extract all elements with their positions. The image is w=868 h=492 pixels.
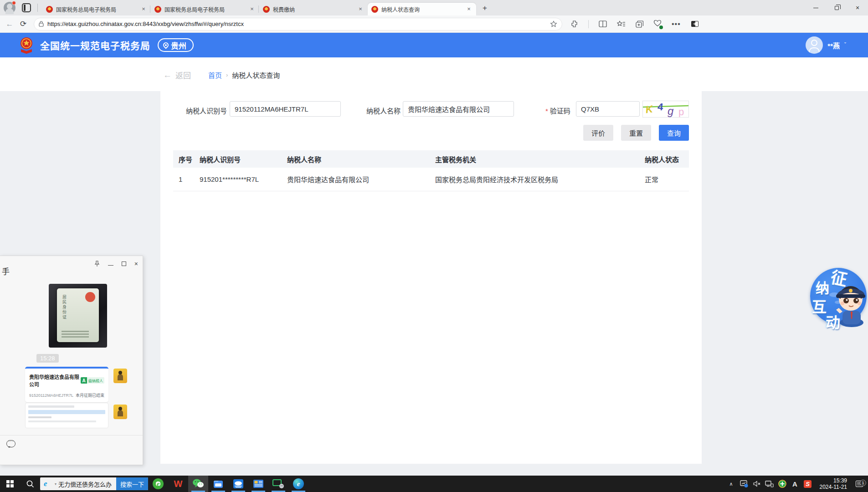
- maximize-icon[interactable]: [122, 261, 126, 266]
- tray-display-icon[interactable]: [739, 480, 750, 487]
- app-weather-cloud[interactable]: [228, 476, 248, 492]
- chat-assistant-window: 手 × 居民身份证 15:28 贵阳华焙速达食品有限公司 A 级纳税人: [0, 256, 143, 465]
- tab-title: 国家税务总局电子税务局: [164, 5, 248, 13]
- refresh-button[interactable]: ⟳: [16, 17, 30, 31]
- browser-profile-avatar[interactable]: [4, 2, 15, 14]
- table-header-row: 序号 纳税人识别号 纳税人名称 主管税务机关 纳税人状态: [173, 150, 689, 168]
- window-minimize-button[interactable]: [805, 0, 826, 15]
- chat-input-area[interactable]: [0, 435, 143, 465]
- close-icon: ×: [856, 5, 859, 11]
- taskbar-search-go-button[interactable]: 搜索一下: [116, 477, 148, 490]
- tab-tax-payment[interactable]: 税费缴纳 ×: [259, 3, 368, 15]
- pin-icon[interactable]: [94, 261, 100, 267]
- taskbar-clock[interactable]: 15:39 2024-11-21: [815, 477, 851, 490]
- workspaces-icon[interactable]: [22, 3, 31, 12]
- sidebar-toggle-icon[interactable]: [691, 20, 699, 27]
- browser-menu-icon[interactable]: •••: [672, 20, 681, 28]
- taskbar-search-box[interactable]: e ▾ 无力偿还债务怎么办 搜索一下: [40, 477, 148, 490]
- chat-screenshot-message[interactable]: [25, 403, 108, 428]
- tax-emblem-favicon: [371, 6, 378, 13]
- mascot-char-hu: 互: [812, 295, 827, 316]
- cell-status: 正常: [645, 174, 689, 184]
- close-icon[interactable]: ×: [134, 261, 138, 267]
- app-wps[interactable]: W: [168, 476, 188, 492]
- app-360-browser[interactable]: e: [148, 476, 168, 492]
- tab-etax-2[interactable]: 国家税务总局电子税务局 ×: [151, 3, 259, 15]
- chat-window-title: 手: [2, 265, 10, 277]
- screenshot-highlight-band: [28, 410, 105, 414]
- tab-title: 纳税人状态查询: [381, 5, 465, 13]
- new-tab-button[interactable]: +: [479, 3, 491, 15]
- back-button[interactable]: ←: [3, 17, 16, 31]
- cloud-app-icon: [233, 479, 244, 489]
- tab-taxpayer-status-query[interactable]: 纳税人状态查询 ×: [368, 3, 476, 15]
- clock-time: 15:39: [820, 477, 847, 484]
- chat-contact-avatar[interactable]: [113, 405, 127, 419]
- chat-titlebar[interactable]: 手 ×: [0, 256, 143, 277]
- chat-contact-avatar[interactable]: [113, 369, 127, 383]
- app-document[interactable]: [248, 476, 268, 492]
- app-edge[interactable]: e: [288, 476, 308, 492]
- reset-button[interactable]: 重置: [621, 125, 651, 141]
- back-link[interactable]: ← 返回: [163, 69, 191, 81]
- folder-app-icon: [213, 479, 224, 489]
- chat-bubble-icon[interactable]: [6, 440, 15, 447]
- chat-company-card[interactable]: 贵阳华焙速达食品有限公司 A 级纳税人 91520112MA6HEJTR7L 本…: [25, 367, 108, 402]
- header-status: 纳税人状态: [645, 154, 689, 164]
- url-text[interactable]: https://etax.guizhou.chinatax.gov.cn:844…: [47, 20, 550, 27]
- captcha-image[interactable]: K 4 g p: [642, 101, 689, 118]
- user-area[interactable]: **燕 ˇ: [806, 36, 846, 54]
- evaluate-button[interactable]: 评价: [583, 125, 613, 141]
- tab-etax-1[interactable]: 国家税务总局电子税务局 ×: [42, 3, 151, 15]
- breadcrumb-current: 纳税人状态查询: [232, 70, 280, 80]
- tab-close-icon[interactable]: ×: [357, 5, 364, 13]
- tab-close-icon[interactable]: ×: [248, 5, 256, 13]
- collections-icon[interactable]: [636, 20, 643, 28]
- tray-letter-a-icon[interactable]: A: [790, 480, 801, 488]
- chat-photo-message[interactable]: 居民身份证: [49, 284, 107, 348]
- windows-logo-icon: [6, 480, 14, 487]
- favorites-icon[interactable]: [617, 20, 626, 28]
- essentials-status-dot: [659, 26, 663, 29]
- address-bar[interactable]: https://etax.guizhou.chinatax.gov.cn:844…: [34, 18, 562, 31]
- window-restore-button[interactable]: [826, 0, 847, 15]
- region-selector[interactable]: 贵州: [158, 38, 194, 52]
- user-avatar[interactable]: [806, 36, 823, 54]
- volume-muted-icon[interactable]: [751, 480, 762, 487]
- company-name: 贵阳华焙速达食品有限公司: [29, 373, 81, 388]
- tab-close-icon[interactable]: ×: [140, 5, 147, 13]
- app-files[interactable]: [208, 476, 228, 492]
- taskbar-search-button[interactable]: [20, 476, 40, 492]
- app-wechat[interactable]: [188, 476, 208, 492]
- header-authority: 主管税务机关: [435, 154, 645, 164]
- ie-icon: e: [44, 479, 53, 488]
- antivirus-icon[interactable]: [777, 480, 788, 488]
- window-close-button[interactable]: ×: [847, 0, 868, 15]
- taxpayer-id-input[interactable]: [230, 101, 341, 117]
- notification-center-button[interactable]: 1: [853, 481, 866, 487]
- sogou-icon[interactable]: S: [802, 480, 813, 488]
- region-label: 贵州: [171, 40, 186, 51]
- interactive-assistant-mascot[interactable]: 纳 征 互 动: [807, 264, 868, 328]
- tray-expand-icon[interactable]: ∧: [726, 481, 737, 487]
- result-table: 序号 纳税人识别号 纳税人名称 主管税务机关 纳税人状态 1 915201***…: [173, 150, 689, 191]
- bookmark-star-icon[interactable]: [550, 20, 557, 28]
- breadcrumb-home-link[interactable]: 首页: [208, 70, 222, 80]
- minimize-icon: [813, 8, 818, 8]
- app-screen-share[interactable]: [268, 476, 288, 492]
- chevron-down-icon[interactable]: ˇ: [844, 42, 846, 48]
- taxpayer-name-input[interactable]: [403, 101, 514, 117]
- svg-text:K: K: [645, 103, 654, 115]
- query-button[interactable]: 查询: [659, 125, 689, 141]
- tab-close-icon[interactable]: ×: [465, 5, 473, 13]
- profile-notification-dot: [12, 1, 16, 5]
- split-screen-icon[interactable]: [599, 20, 607, 27]
- taskbar-search-text[interactable]: 无力偿还债务怎么办: [58, 480, 116, 488]
- extensions-icon[interactable]: [570, 20, 578, 28]
- browser-essentials-icon[interactable]: [653, 20, 662, 29]
- captcha-input[interactable]: [576, 101, 640, 117]
- start-button[interactable]: [0, 476, 20, 492]
- id-card-image: 居民身份证: [57, 288, 99, 342]
- network-icon[interactable]: [764, 480, 775, 487]
- minimize-icon[interactable]: [108, 265, 113, 266]
